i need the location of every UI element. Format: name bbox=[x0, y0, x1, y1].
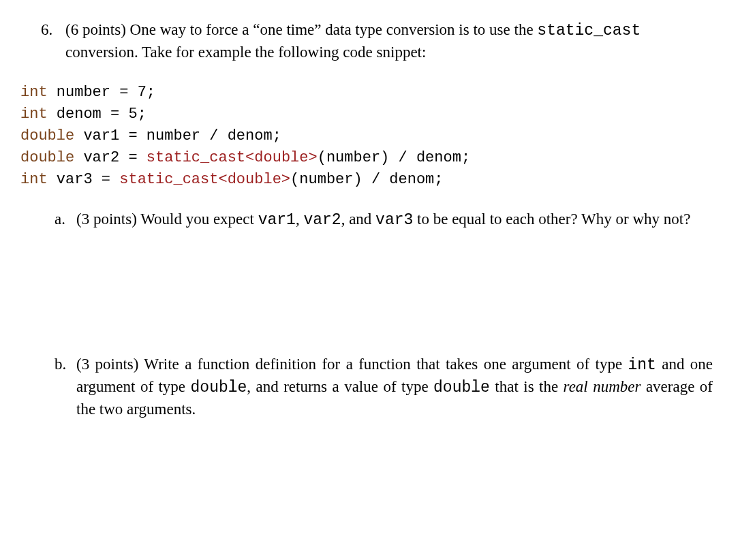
sub-b-text-4: that is the bbox=[490, 378, 564, 395]
code-text: denom = 5; bbox=[48, 106, 147, 123]
code-kw: double bbox=[20, 127, 74, 144]
code-fn-static-cast: static_cast<double> bbox=[119, 171, 290, 188]
sub-a-points: (3 points) bbox=[76, 211, 137, 228]
inline-code-var2: var2 bbox=[303, 211, 341, 229]
subquestion-a: a. (3 points) Would you expect var1, var… bbox=[55, 208, 713, 231]
question-6: 6. (6 points) One way to force a “one ti… bbox=[41, 19, 720, 63]
sub-body-a: (3 points) Would you expect var1, var2, … bbox=[76, 208, 713, 231]
inline-code-double: double bbox=[191, 379, 247, 396]
sub-b-points: (3 points) bbox=[76, 356, 138, 373]
code-text: var3 = bbox=[48, 171, 120, 188]
sub-a-text-2: to be equal to each other? Why or why no… bbox=[413, 211, 690, 228]
code-kw: double bbox=[20, 149, 74, 166]
sub-body-b: (3 points) Write a function definition f… bbox=[76, 354, 713, 420]
code-text: var1 = number / denom; bbox=[74, 127, 281, 144]
inline-code-int: int bbox=[628, 356, 656, 374]
page: 6. (6 points) One way to force a “one ti… bbox=[0, 0, 740, 440]
code-text: (number) / denom; bbox=[290, 171, 443, 188]
question-text-1: One way to force a “one time” data type … bbox=[130, 21, 538, 38]
question-body: (6 points) One way to force a “one time”… bbox=[65, 19, 720, 63]
sub-label-a: a. bbox=[55, 208, 76, 231]
code-text: number = 7; bbox=[48, 84, 155, 101]
code-snippet: int number = 7; int denom = 5; double va… bbox=[20, 82, 720, 190]
code-text: (number) / denom; bbox=[318, 149, 470, 166]
inline-code-static-cast: static_cast bbox=[537, 22, 641, 40]
code-text: var2 = bbox=[74, 149, 147, 166]
sub-a-sep2: , and bbox=[341, 211, 375, 228]
inline-code-var3: var3 bbox=[375, 211, 413, 229]
inline-code-var1: var1 bbox=[258, 211, 296, 229]
sub-a-text-1: Would you expect bbox=[140, 211, 258, 228]
sub-a-sep1: , bbox=[296, 211, 304, 228]
code-kw: int bbox=[20, 171, 48, 188]
inline-code-double-2: double bbox=[433, 379, 490, 396]
subquestion-b: b. (3 points) Write a function definitio… bbox=[55, 354, 713, 420]
sub-b-italic: real number bbox=[564, 378, 641, 395]
question-text-2: conversion. Take for example the followi… bbox=[65, 44, 426, 61]
question-number: 6. bbox=[41, 19, 65, 63]
code-fn-static-cast: static_cast<double> bbox=[147, 149, 318, 166]
sub-label-b: b. bbox=[55, 354, 76, 420]
code-kw: int bbox=[20, 106, 48, 123]
code-kw: int bbox=[20, 84, 48, 101]
question-points: (6 points) bbox=[65, 21, 126, 38]
sub-b-text-3: , and returns a value of type bbox=[247, 378, 433, 395]
sub-b-text-1: Write a function definition for a functi… bbox=[144, 356, 628, 373]
